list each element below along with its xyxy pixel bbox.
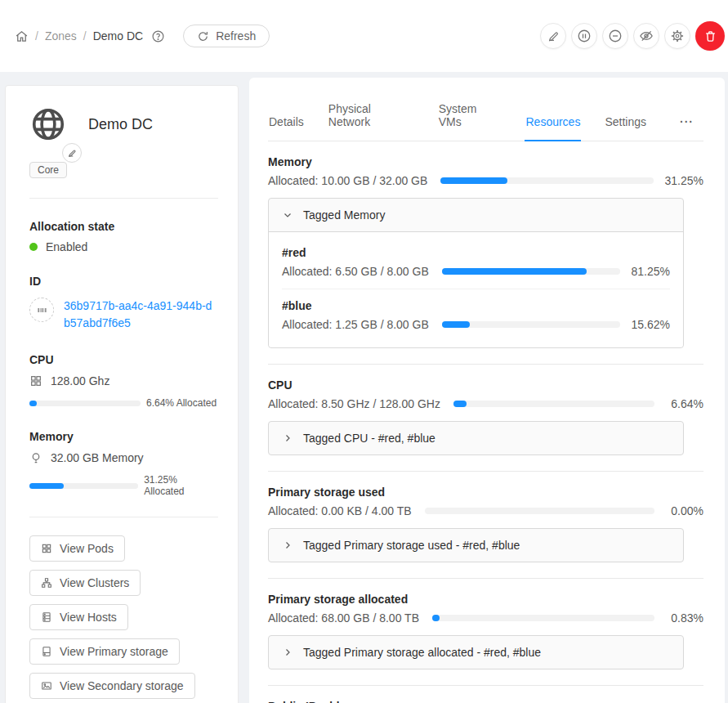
header-actions [540, 21, 725, 51]
memory-value: 32.00 GB Memory [51, 451, 144, 464]
picture-icon [41, 680, 52, 692]
allocation-state-value: Enabled [46, 240, 87, 253]
question-circle-icon[interactable] [151, 29, 165, 43]
tagged-cpu-header[interactable]: Tagged CPU - #red, #blue [269, 422, 683, 454]
view-secondary-storage-button[interactable]: View Secondary storage [29, 673, 195, 699]
disable-button[interactable] [602, 23, 628, 49]
tagged-primary-used-header[interactable]: Tagged Primary storage used - #red, #blu… [269, 529, 683, 562]
globe-icon [29, 105, 67, 143]
main-layout: Demo DC Core Allocation state Enabled ID… [0, 72, 728, 703]
allocation-state-row: Enabled [29, 240, 218, 253]
cpu-progress-bar [29, 401, 141, 406]
tabs-more-button[interactable]: ··· [670, 115, 703, 141]
view-clusters-label: View Clusters [60, 576, 129, 589]
chevron-right-icon [283, 647, 293, 657]
tab-system-vms[interactable]: System VMs [438, 97, 502, 141]
tag-blue-percent: 15.62% [632, 318, 670, 331]
home-icon[interactable] [15, 29, 29, 43]
view-primary-storage-label: View Primary storage [60, 645, 168, 658]
tag-red-allocated-text: Allocated: 6.50 GB / 8.00 GB [282, 265, 429, 278]
memory-percent: 31.25% [665, 174, 703, 187]
divider [268, 364, 703, 365]
pause-circle-icon [577, 29, 592, 43]
divider [282, 289, 670, 289]
view-secondary-storage-label: View Secondary storage [60, 679, 184, 692]
zone-id-link[interactable]: 36b9717b-aa4c-4a91-944b-db57abd7f6e5 [64, 298, 218, 332]
memory-progress-bar [29, 483, 138, 489]
tagged-primary-used-label: Tagged Primary storage used - #red, #blu… [303, 539, 520, 552]
cpu-percent-label: 6.64% Allocated [146, 397, 217, 409]
cpu-allocated-text: Allocated: 8.50 GHz / 128.00 GHz [268, 397, 440, 410]
view-clusters-button[interactable]: View Clusters [29, 570, 141, 596]
tab-resources[interactable]: Resources [525, 110, 581, 141]
view-hosts-button[interactable]: View Hosts [29, 604, 128, 630]
tagged-memory-header[interactable]: Tagged Memory [269, 199, 683, 231]
edit-name-button[interactable] [62, 143, 82, 163]
tagged-primary-allocated-header[interactable]: Tagged Primary storage allocated - #red,… [269, 636, 683, 669]
cluster-icon [41, 577, 52, 589]
settings-button[interactable] [664, 23, 690, 49]
primary-used-percent: 0.00% [666, 504, 703, 517]
divider [29, 198, 218, 199]
tag-red-percent: 81.25% [632, 265, 670, 278]
divider [268, 578, 703, 579]
eye-invisible-icon [639, 29, 654, 43]
primary-used-allocated-row: Allocated: 0.00 KB / 4.00 TB 0.00% [268, 504, 703, 517]
zone-type-tag: Core [29, 162, 67, 178]
tab-settings[interactable]: Settings [604, 110, 647, 141]
edit-button[interactable] [540, 23, 566, 49]
memory-progress-row: 31.25% Allocated [29, 474, 218, 497]
tag-red-progress-bar [442, 268, 620, 275]
bulb-icon [29, 451, 42, 464]
edit-icon [547, 29, 560, 43]
delete-button[interactable] [695, 21, 725, 51]
breadcrumb-separator: / [35, 29, 38, 43]
minus-circle-icon [608, 29, 623, 43]
section-title-cpu: CPU [268, 378, 703, 392]
tagged-memory-collapse: Tagged Memory #red Allocated: 6.50 GB / … [268, 198, 684, 348]
tagged-primary-allocated-collapse: Tagged Primary storage allocated - #red,… [268, 635, 684, 669]
tagged-cpu-label: Tagged CPU - #red, #blue [303, 432, 435, 445]
section-title-primary-allocated: Primary storage allocated [268, 593, 703, 606]
primary-used-allocated-text: Allocated: 0.00 KB / 4.00 TB [268, 504, 412, 517]
divider [268, 685, 703, 686]
pause-button[interactable] [571, 23, 597, 49]
tagged-memory-body: #red Allocated: 6.50 GB / 8.00 GB 81.25%… [269, 231, 683, 347]
tagged-cpu-collapse: Tagged CPU - #red, #blue [268, 421, 684, 455]
cpu-allocated-row: Allocated: 8.50 GHz / 128.00 GHz 6.64% [268, 397, 703, 410]
view-buttons: View Pods View Clusters View Hosts View … [29, 535, 218, 699]
zone-head: Demo DC [29, 105, 218, 143]
database-icon [41, 611, 52, 623]
memory-progress-bar [440, 177, 653, 184]
view-pods-button[interactable]: View Pods [29, 535, 125, 562]
tagged-memory-label: Tagged Memory [303, 208, 385, 222]
primary-used-progress-bar [425, 508, 654, 514]
view-hosts-label: View Hosts [60, 611, 117, 624]
chevron-right-icon [283, 433, 293, 443]
tag-blue-progress-bar [442, 321, 620, 328]
tab-physical-network[interactable]: Physical Network [328, 97, 415, 141]
view-primary-storage-button[interactable]: View Primary storage [29, 638, 180, 665]
zone-info-card: Demo DC Core Allocation state Enabled ID… [5, 85, 239, 703]
primary-allocated-text: Allocated: 68.00 GB / 8.00 TB [268, 611, 419, 625]
breadcrumb-zones[interactable]: Zones [45, 29, 77, 43]
id-label: ID [29, 275, 218, 288]
cpu-progress-bar [453, 401, 654, 407]
hdd-icon [41, 646, 52, 657]
primary-allocated-percent: 0.83% [666, 611, 703, 625]
breadcrumb: / Zones / Demo DC Refresh [15, 25, 270, 47]
status-dot-enabled [29, 243, 38, 251]
tagged-primary-allocated-label: Tagged Primary storage allocated - #red,… [303, 646, 541, 659]
tag-red-name: #red [282, 246, 670, 259]
allocation-state-label: Allocation state [29, 220, 218, 233]
memory-value-row: 32.00 GB Memory [29, 451, 218, 464]
refresh-button[interactable]: Refresh [183, 25, 270, 47]
refresh-label: Refresh [216, 29, 256, 43]
trash-icon [703, 29, 717, 43]
primary-allocated-progress-bar [432, 615, 654, 621]
hide-button[interactable] [633, 23, 659, 49]
tab-details[interactable]: Details [268, 110, 305, 141]
section-title-primary-used: Primary storage used [268, 486, 703, 499]
memory-allocated-row: Allocated: 10.00 GB / 32.00 GB 31.25% [268, 174, 703, 187]
edit-icon [67, 148, 77, 158]
